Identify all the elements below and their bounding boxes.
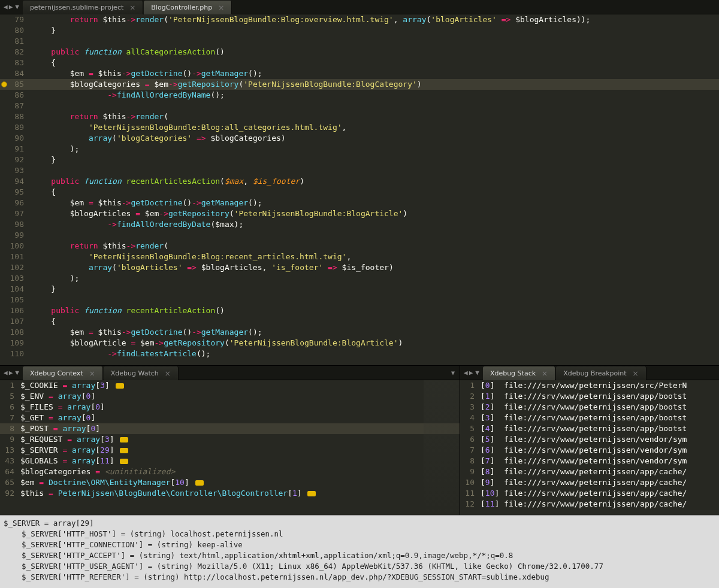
stack-row[interactable]: 1[0] file:///srv/www/peternijssen/src/Pe… bbox=[460, 380, 719, 391]
nav-dropdown-icon[interactable]: ▼ bbox=[475, 369, 479, 377]
code-content[interactable]: ); bbox=[32, 144, 719, 154]
code-content[interactable]: public function recentArticlesAction($ma… bbox=[32, 176, 719, 187]
xdebug-stack-view[interactable]: 1[0] file:///srv/www/peternijssen/src/Pe… bbox=[460, 380, 719, 510]
code-content[interactable]: $em = $this->getDoctrine()->getManager()… bbox=[32, 68, 719, 79]
close-icon[interactable]: × bbox=[218, 4, 224, 12]
stack-row[interactable]: 2[1] file:///srv/www/peternijssen/app/bo… bbox=[460, 391, 719, 402]
code-line[interactable]: 94 public function recentArticlesAction(… bbox=[0, 176, 719, 187]
code-line[interactable]: 109 $blogArticle = $em->getRepository('P… bbox=[0, 338, 719, 348]
context-row[interactable]: 1$_COOKIE = array[3] bbox=[0, 380, 460, 391]
code-line[interactable]: 106 public function recentArticleAction(… bbox=[0, 305, 719, 316]
code-content[interactable]: $em = $this->getDoctrine()->getManager()… bbox=[32, 198, 719, 208]
code-content[interactable]: { bbox=[32, 316, 719, 327]
code-line[interactable]: 84 $em = $this->getDoctrine()->getManage… bbox=[0, 68, 719, 79]
close-icon[interactable]: × bbox=[89, 369, 95, 378]
code-content[interactable]: } bbox=[32, 25, 719, 36]
code-line[interactable]: 97 $blogArticles = $em->getRepository('P… bbox=[0, 208, 719, 219]
code-content[interactable]: ->findAllOrderedByName(); bbox=[32, 90, 719, 101]
context-row[interactable]: 6$_FILES = array[0] bbox=[0, 402, 460, 413]
code-line[interactable]: 108 $em = $this->getDoctrine()->getManag… bbox=[0, 327, 719, 338]
code-line[interactable]: 103 ); bbox=[0, 273, 719, 284]
code-line[interactable]: 102 array('blogArticles' => $blogArticle… bbox=[0, 262, 719, 273]
stack-row[interactable]: 3[2] file:///srv/www/peternijssen/app/bo… bbox=[460, 402, 719, 413]
stack-row[interactable]: 9[8] file:///srv/www/peternijssen/app/ca… bbox=[460, 466, 719, 477]
code-line[interactable]: 82 public function allCategoriesAction() bbox=[0, 47, 719, 57]
stack-row[interactable]: 4[3] file:///srv/www/peternijssen/app/bo… bbox=[460, 413, 719, 423]
context-row[interactable]: 92$this = PeterNijssen\BlogBundle\Contro… bbox=[0, 488, 460, 499]
code-line[interactable]: 110 ->findLatestArticle(); bbox=[0, 348, 719, 359]
nav-back-icon[interactable]: ◀ bbox=[4, 3, 8, 11]
code-line[interactable]: 96 $em = $this->getDoctrine()->getManage… bbox=[0, 198, 719, 208]
code-content[interactable] bbox=[32, 101, 719, 111]
code-line[interactable]: 95 { bbox=[0, 187, 719, 198]
tab-xdebug-context[interactable]: Xdebug Context × bbox=[23, 366, 103, 381]
code-content[interactable]: { bbox=[32, 57, 719, 68]
code-content[interactable]: array('blogCategories' => $blogCategorie… bbox=[32, 133, 719, 144]
tab-blogcontroller[interactable]: BlogController.php × bbox=[144, 1, 232, 15]
context-row[interactable]: 64$blogCategories = <uninitialized> bbox=[0, 466, 460, 477]
close-icon[interactable]: × bbox=[542, 369, 548, 378]
code-content[interactable]: $em = $this->getDoctrine()->getManager()… bbox=[32, 327, 719, 338]
code-content[interactable]: { bbox=[32, 187, 719, 198]
stack-row[interactable]: 8[7] file:///srv/www/peternijssen/vendor… bbox=[460, 456, 719, 466]
code-line[interactable]: 93 bbox=[0, 165, 719, 176]
code-content[interactable]: 'PeterNijssenBlogBundle:Blog:recent_arti… bbox=[32, 251, 719, 262]
close-icon[interactable]: × bbox=[129, 4, 135, 12]
code-line[interactable]: 81 bbox=[0, 36, 719, 47]
nav-dropdown-icon[interactable]: ▼ bbox=[15, 3, 19, 11]
code-line[interactable]: 107 { bbox=[0, 316, 719, 327]
close-icon[interactable]: × bbox=[633, 369, 639, 378]
code-line[interactable]: 90 array('blogCategories' => $blogCatego… bbox=[0, 133, 719, 144]
stack-row[interactable]: 6[5] file:///srv/www/peternijssen/vendor… bbox=[460, 434, 719, 445]
code-content[interactable]: ->findLatestArticle(); bbox=[32, 348, 719, 359]
nav-forward-icon[interactable]: ▶ bbox=[469, 369, 473, 377]
code-content[interactable]: array('blogArticles' => $blogArticles, '… bbox=[32, 262, 719, 273]
stack-row[interactable]: 10[9] file:///srv/www/peternijssen/app/c… bbox=[460, 477, 719, 488]
panel-menu-icon[interactable]: ▼ bbox=[446, 369, 460, 376]
tab-xdebug-stack[interactable]: Xdebug Stack × bbox=[483, 366, 555, 381]
code-line[interactable]: 83 { bbox=[0, 57, 719, 68]
code-line[interactable]: 99 bbox=[0, 230, 719, 241]
xdebug-context-view[interactable]: 1$_COOKIE = array[3] 5$_ENV = array[0]6$… bbox=[0, 380, 460, 515]
code-content[interactable]: return $this->render( bbox=[32, 241, 719, 251]
code-content[interactable] bbox=[32, 295, 719, 305]
stack-row[interactable]: 7[6] file:///srv/www/peternijssen/vendor… bbox=[460, 445, 719, 456]
code-content[interactable]: public function allCategoriesAction() bbox=[32, 47, 719, 57]
code-content[interactable] bbox=[32, 165, 719, 176]
code-content[interactable]: return $this->render('PeterNijssenBlogBu… bbox=[32, 14, 719, 25]
code-editor[interactable]: 79 return $this->render('PeterNijssenBlo… bbox=[0, 14, 719, 365]
context-row[interactable]: 13$_SERVER = array[29] bbox=[0, 445, 460, 456]
minimap[interactable] bbox=[424, 380, 460, 515]
code-content[interactable]: } bbox=[32, 154, 719, 165]
scrollbar-horizontal[interactable] bbox=[460, 510, 719, 515]
context-row[interactable]: 43$GLOBALS = array[11] bbox=[0, 456, 460, 466]
code-content[interactable]: $blogCategories = $em->getRepository('Pe… bbox=[32, 79, 719, 90]
code-line[interactable]: 98 ->findAllOrderedByDate($max); bbox=[0, 219, 719, 230]
code-line[interactable]: 87 bbox=[0, 101, 719, 111]
nav-forward-icon[interactable]: ▶ bbox=[9, 3, 13, 11]
code-line[interactable]: 86 ->findAllOrderedByName(); bbox=[0, 90, 719, 101]
nav-forward-icon[interactable]: ▶ bbox=[9, 369, 13, 377]
code-content[interactable]: } bbox=[32, 284, 719, 295]
nav-dropdown-icon[interactable]: ▼ bbox=[15, 369, 19, 377]
code-line[interactable]: 91 ); bbox=[0, 144, 719, 154]
code-line[interactable]: 88 return $this->render( bbox=[0, 111, 719, 122]
code-line[interactable]: 92 } bbox=[0, 154, 719, 165]
nav-back-icon[interactable]: ◀ bbox=[4, 369, 8, 377]
code-line[interactable]: 89 'PeterNijssenBlogBundle:Blog:all_cate… bbox=[0, 122, 719, 133]
code-line[interactable]: 85 $blogCategories = $em->getRepository(… bbox=[0, 79, 719, 90]
code-content[interactable]: public function recentArticleAction() bbox=[32, 305, 719, 316]
code-line[interactable]: 104 } bbox=[0, 284, 719, 295]
code-line[interactable]: 100 return $this->render( bbox=[0, 241, 719, 251]
code-line[interactable]: 80 } bbox=[0, 25, 719, 36]
stack-row[interactable]: 12[11] file:///srv/www/peternijssen/app/… bbox=[460, 499, 719, 510]
context-row[interactable]: 65$em = Doctrine\ORM\EntityManager[10] bbox=[0, 477, 460, 488]
tab-xdebug-watch[interactable]: Xdebug Watch × bbox=[104, 366, 179, 381]
tab-project[interactable]: peternijssen.sublime-project × bbox=[23, 1, 143, 15]
context-row[interactable]: 8$_POST = array[0] bbox=[0, 423, 460, 434]
context-row[interactable]: 7$_GET = array[0] bbox=[0, 413, 460, 423]
code-line[interactable]: 105 bbox=[0, 295, 719, 305]
output-console[interactable]: $_SERVER = array[29] $_SERVER['HTTP_HOST… bbox=[0, 515, 719, 588]
stack-row[interactable]: 11[10] file:///srv/www/peternijssen/app/… bbox=[460, 488, 719, 499]
code-line[interactable]: 79 return $this->render('PeterNijssenBlo… bbox=[0, 14, 719, 25]
